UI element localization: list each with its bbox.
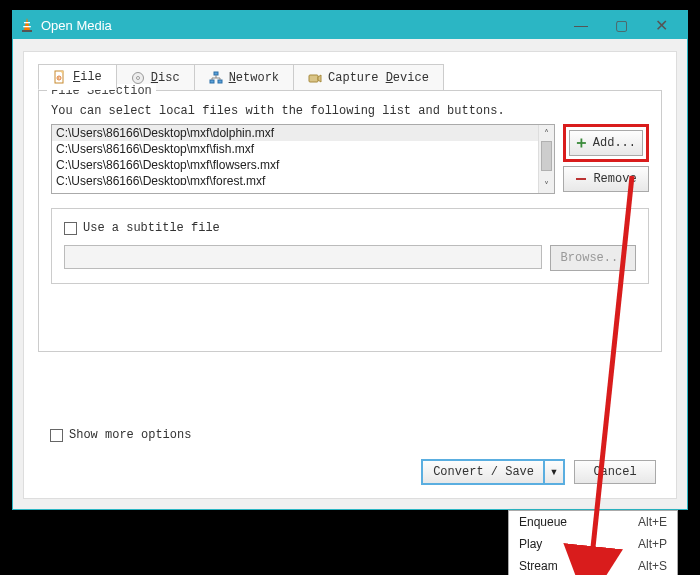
file-list[interactable]: C:\Users\86166\Desktop\mxf\dolphin.mxf C… <box>51 124 555 194</box>
file-selection-group: File Selection You can select local file… <box>38 90 662 352</box>
menu-item-play[interactable]: Play Alt+P <box>509 533 677 555</box>
remove-button[interactable]: Remove <box>563 166 649 192</box>
list-item[interactable]: C:\Users\86166\Desktop\mxf\fish.mxf <box>52 141 538 157</box>
subtitle-checkbox-row: Use a subtitle file <box>64 221 636 235</box>
minimize-button[interactable]: — <box>561 11 601 39</box>
scroll-thumb[interactable] <box>541 141 552 171</box>
tabbar: File Disc Network Capture Device <box>38 64 443 90</box>
menu-item-enqueue[interactable]: Enqueue Alt+E <box>509 511 677 533</box>
convert-save-menu: Enqueue Alt+E Play Alt+P Stream Alt+S Co… <box>508 510 678 575</box>
file-icon <box>53 70 67 84</box>
file-list-scrollbar[interactable]: ˄ ˅ <box>538 125 554 193</box>
svg-rect-4 <box>55 71 63 83</box>
convert-save-button[interactable]: Convert / Save ▼ <box>422 460 564 484</box>
svg-rect-11 <box>210 80 214 83</box>
convert-save-dropdown-arrow[interactable]: ▼ <box>544 460 564 484</box>
svg-rect-13 <box>309 75 318 82</box>
file-selection-hint: You can select local files with the foll… <box>51 104 649 118</box>
tab-file[interactable]: File <box>38 64 117 90</box>
list-item[interactable]: C:\Users\86166\Desktop\mxf\flowsers.mxf <box>52 157 538 173</box>
disc-icon <box>131 71 145 85</box>
svg-rect-2 <box>23 26 31 27</box>
window-title: Open Media <box>41 18 112 33</box>
dialog-body: File Disc Network Capture Device File Se… <box>23 51 677 499</box>
tab-capture-device[interactable]: Capture Device <box>293 64 444 90</box>
minus-icon <box>575 173 587 185</box>
svg-rect-3 <box>22 30 32 32</box>
add-button-highlight: Add... <box>563 124 649 162</box>
svg-rect-1 <box>24 22 30 23</box>
subtitle-checkbox-label: Use a subtitle file <box>83 221 220 235</box>
svg-point-9 <box>136 76 139 79</box>
svg-marker-0 <box>24 18 30 30</box>
cancel-button[interactable]: Cancel <box>574 460 656 484</box>
maximize-button[interactable]: ▢ <box>601 11 641 39</box>
open-media-window: Open Media — ▢ ✕ File Disc Network Captu… <box>12 10 688 510</box>
plus-icon <box>576 137 587 149</box>
svg-rect-17 <box>576 178 586 180</box>
titlebar: Open Media — ▢ ✕ <box>13 11 687 39</box>
vlc-icon <box>19 17 35 33</box>
show-more-options-checkbox[interactable] <box>50 429 63 442</box>
menu-item-stream[interactable]: Stream Alt+S <box>509 555 677 575</box>
show-more-options-label: Show more options <box>69 428 191 442</box>
subtitle-path-input[interactable] <box>64 245 542 269</box>
svg-rect-10 <box>214 72 218 75</box>
network-icon <box>209 71 223 85</box>
svg-rect-16 <box>577 142 586 144</box>
tab-network[interactable]: Network <box>194 64 294 90</box>
subtitle-checkbox[interactable] <box>64 222 77 235</box>
scroll-up-icon[interactable]: ˄ <box>539 125 554 141</box>
add-button[interactable]: Add... <box>569 130 643 156</box>
browse-button: Browse... <box>550 245 636 271</box>
list-item[interactable]: C:\Users\86166\Desktop\mxf\dolphin.mxf <box>52 125 538 141</box>
scroll-down-icon[interactable]: ˅ <box>539 177 554 193</box>
close-button[interactable]: ✕ <box>641 11 681 39</box>
capture-device-icon <box>308 71 322 85</box>
show-more-options-row: Show more options <box>50 428 191 442</box>
svg-rect-12 <box>218 80 222 83</box>
list-item[interactable]: C:\Users\86166\Desktop\mxf\forest.mxf <box>52 173 538 185</box>
